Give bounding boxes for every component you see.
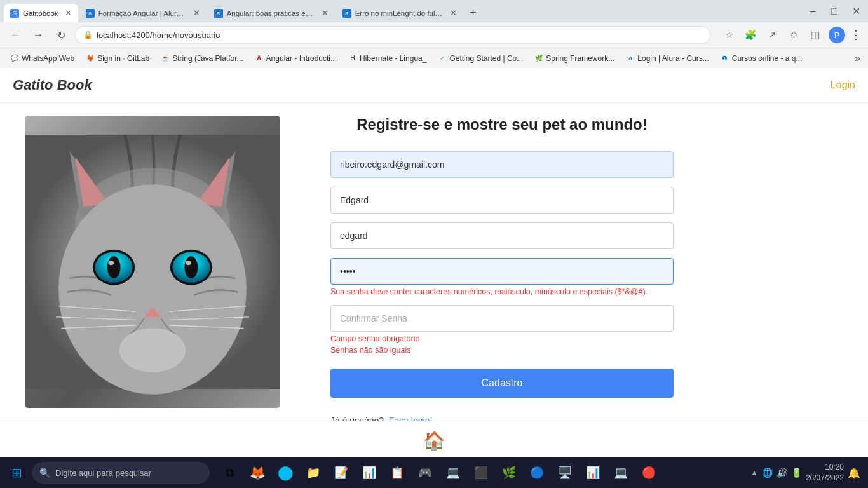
excel-icon: 📊 xyxy=(362,465,377,480)
taskbar-icon-notepad[interactable]: 📝 xyxy=(328,459,355,487)
cadastro-button[interactable]: Cadastro xyxy=(330,369,674,398)
tray-up-arrow-icon[interactable]: ▲ xyxy=(750,468,758,477)
browser-menu-icon[interactable]: ⋮ xyxy=(850,28,862,42)
extensions-icon[interactable]: 🧩 xyxy=(742,29,759,41)
back-button[interactable]: ← xyxy=(6,29,24,41)
tab-close-erro[interactable]: ✕ xyxy=(450,8,457,18)
chrome-icon: 🔵 xyxy=(529,465,545,480)
page-content: Gatito Book Login xyxy=(0,68,868,458)
taskbar-icon-monitor[interactable]: 🖥️ xyxy=(552,459,578,487)
taskbar-system-tray: ▲ 🌐 🔊 🔋 10:20 26/07/2022 🔔 xyxy=(750,462,865,484)
taskbar-icon-tasks[interactable]: 📊 xyxy=(580,459,606,487)
maximize-button[interactable]: □ xyxy=(826,5,843,18)
monitor-icon: 🖥️ xyxy=(557,465,573,480)
tab-title-gatitobook: Gatitobook xyxy=(23,10,58,17)
username-input[interactable] xyxy=(330,222,674,249)
system-clock[interactable]: 10:20 26/07/2022 xyxy=(806,462,844,484)
tray-battery-icon: 🔋 xyxy=(791,468,802,478)
taskbar-search-box[interactable]: 🔍 Digite aqui para pesquisar xyxy=(32,462,210,484)
bookmark-angular-intro[interactable]: A Angular - Introducti... xyxy=(250,52,342,65)
app-logo[interactable]: Gatito Book xyxy=(13,77,92,93)
tab-gatitobook[interactable]: G Gatitobook ✕ xyxy=(4,4,78,22)
home-icon[interactable]: 🏠 xyxy=(423,430,445,451)
taskbar-icon-explorer[interactable]: 📁 xyxy=(300,459,327,487)
minimize-button[interactable]: – xyxy=(804,5,821,18)
confirm-password-input[interactable] xyxy=(330,305,674,332)
bookmark-favicon-1password: ❶ xyxy=(721,54,729,63)
address-text: localhost:4200/home/novousuario xyxy=(97,30,702,40)
clock-date: 26/07/2022 xyxy=(806,473,844,484)
profile-avatar[interactable]: P xyxy=(829,27,845,43)
tab-close-gatitobook[interactable]: ✕ xyxy=(65,8,72,18)
bookmark-whatsapp[interactable]: 💬 WhatsApp Web xyxy=(5,52,79,65)
username-field-group xyxy=(330,222,674,249)
taskbar-icon-terminal[interactable]: ⬛ xyxy=(468,459,494,487)
share-icon[interactable]: ↗ xyxy=(764,29,780,41)
tab-close-formacao[interactable]: ✕ xyxy=(193,8,200,18)
tab-erro[interactable]: a Erro no minLenght do fullName ✕ xyxy=(336,4,463,22)
taskbar-icon-vscode[interactable]: 💻 xyxy=(440,459,466,487)
taskbar-icon-chrome[interactable]: 🔵 xyxy=(524,459,550,487)
tab-formacao[interactable]: a Formação Angular | Alura - Curso... ✕ xyxy=(79,4,207,22)
close-window-button[interactable]: ✕ xyxy=(848,5,864,18)
file-explorer-icon: 📁 xyxy=(306,465,321,480)
bookmark-label-gitlab: Sign in · GitLab xyxy=(97,54,149,63)
bookmark-getting-started[interactable]: ✓ Getting Started | Co... xyxy=(433,52,528,65)
bookmark-favicon-java: ☕ xyxy=(161,54,170,63)
bookmark-star-icon[interactable]: ☆ xyxy=(721,29,737,41)
taskbar: ⊞ 🔍 Digite aqui para pesquisar ⧉ 🦊 ⬤ 📁 📝 xyxy=(0,458,868,488)
bookmarks-more-button[interactable]: » xyxy=(852,53,863,64)
tasks-icon: 📊 xyxy=(585,465,600,480)
tab-close-angular[interactable]: ✕ xyxy=(322,8,329,18)
faca-login-link[interactable]: Faça login! xyxy=(389,416,432,421)
bookmark-spring[interactable]: 🌿 Spring Framework... xyxy=(529,52,620,65)
main-content: Registre-se e mostre seu pet ao mundo! S… xyxy=(0,103,868,421)
taskbar-icon-cortana[interactable]: ⬤ xyxy=(272,459,299,487)
password-error-text: Sua senha deve conter caracteres numéric… xyxy=(330,287,674,296)
start-button[interactable]: ⊞ xyxy=(3,459,31,487)
svg-point-14 xyxy=(186,261,191,265)
taskbar-icon-app1[interactable]: 📋 xyxy=(384,459,410,487)
notification-center-icon[interactable]: 🔔 xyxy=(848,467,860,479)
bookmark-hibernate[interactable]: H Hibernate - Lingua_ xyxy=(343,52,431,65)
tab-angular[interactable]: a Angular: boas práticas em arquit... ✕ xyxy=(208,4,335,22)
reload-button[interactable]: ↻ xyxy=(52,29,70,41)
taskbar-icon-excel[interactable]: 📊 xyxy=(356,459,383,487)
tab-favicon-erro: a xyxy=(342,9,351,18)
address-input-wrap[interactable]: 🔒 localhost:4200/home/novousuario xyxy=(75,26,710,44)
bookmark-alura-login[interactable]: a Login | Alura - Curs... xyxy=(621,52,714,65)
app1-icon: 📋 xyxy=(390,465,405,480)
login-nav-link[interactable]: Login xyxy=(831,79,855,90)
bookmark-favicon-hibernate: H xyxy=(348,54,357,63)
password-input[interactable] xyxy=(330,258,674,285)
address-bar: ← → ↻ 🔒 localhost:4200/home/novousuario … xyxy=(0,22,868,48)
taskbar-icon-red[interactable]: 🔴 xyxy=(635,459,662,487)
bookmark-java[interactable]: ☕ String (Java Platfor... xyxy=(156,52,248,65)
security-lock-icon: 🔒 xyxy=(83,30,93,39)
email-input[interactable] xyxy=(330,151,674,178)
spring-tb-icon: 🌿 xyxy=(501,465,517,480)
bookmark-favicon-alura-login: a xyxy=(626,54,635,63)
taskbar-search-icon: 🔍 xyxy=(39,468,50,478)
bookmark-1password[interactable]: ❶ Cursos online - a q... xyxy=(715,52,808,65)
page-footer: 🏠 xyxy=(0,421,868,458)
taskbar-icon-spring-tb[interactable]: 🌿 xyxy=(496,459,522,487)
bookmark-label-hibernate: Hibernate - Lingua_ xyxy=(360,54,426,63)
taskbar-icon-game[interactable]: 🎮 xyxy=(412,459,438,487)
registration-form-section: Registre-se e mostre seu pet ao mundo! S… xyxy=(305,116,699,421)
fullname-input[interactable] xyxy=(330,187,674,214)
taskbar-icon-firefox[interactable]: 🦊 xyxy=(244,459,271,487)
new-tab-button[interactable]: + xyxy=(465,4,482,22)
vscode-icon: 💻 xyxy=(445,465,461,480)
bookmark-gitlab[interactable]: 🦊 Sign in · GitLab xyxy=(81,52,154,65)
taskbar-icon-laptop[interactable]: 💻 xyxy=(607,459,634,487)
bookmark-favicon-gitlab: 🦊 xyxy=(86,54,95,63)
svg-point-13 xyxy=(184,256,198,278)
sidebar-icon[interactable]: ◫ xyxy=(807,29,824,41)
taskbar-icon-task-view[interactable]: ⧉ xyxy=(216,459,243,487)
forward-button[interactable]: → xyxy=(29,29,47,41)
nav-right: Login xyxy=(831,79,855,91)
star-icon[interactable]: ✩ xyxy=(785,29,802,41)
bookmark-label-whatsapp: WhatsApp Web xyxy=(22,54,74,63)
firefox-icon: 🦊 xyxy=(250,465,265,480)
